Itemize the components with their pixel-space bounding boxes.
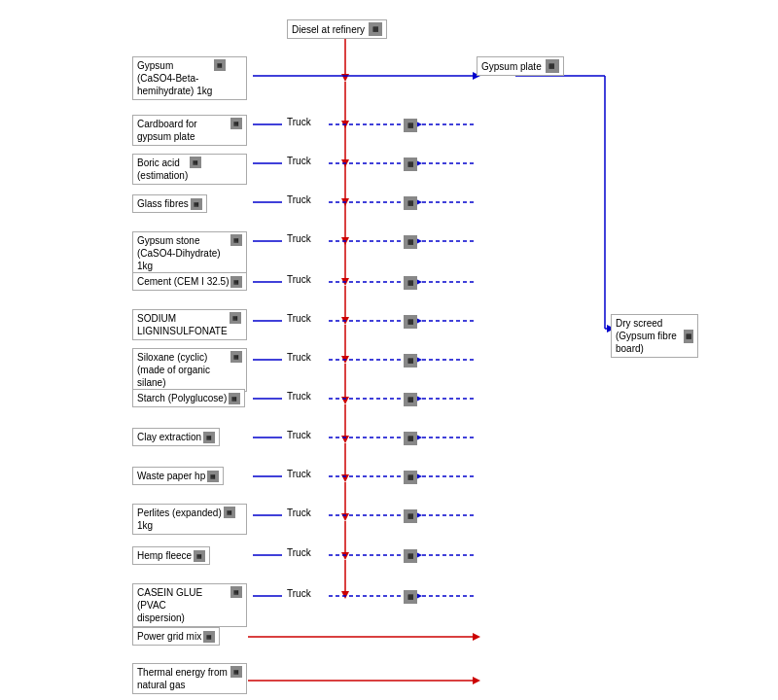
clay-node: Clay extraction ▦	[132, 428, 220, 446]
truck-label-waste: Truck	[287, 469, 311, 479]
svg-marker-85	[473, 677, 480, 684]
cement-icon: ▦	[230, 276, 242, 288]
cardboard-node: Cardboard for gypsum plate ▦	[132, 115, 247, 146]
glass-fibres-label: Glass fibres	[137, 197, 189, 210]
truck-icon-casein: ▦	[404, 590, 417, 604]
perlites-icon: ▦	[224, 507, 235, 518]
casein-node: CASEIN GLUE (PVACdispersion) ▦	[132, 583, 247, 627]
truck-label-glass: Truck	[287, 194, 311, 205]
siloxane-icon: ▦	[230, 351, 242, 363]
waste-paper-node: Waste paper hp ▦	[132, 467, 224, 485]
cardboard-label: Cardboard for gypsum plate	[137, 118, 229, 143]
diesel-icon: ▦	[369, 22, 382, 36]
svg-marker-83	[473, 633, 480, 641]
diesel-label: Diesel at refinery	[292, 23, 365, 36]
svg-marker-25	[341, 513, 349, 521]
casein-icon: ▦	[230, 586, 242, 598]
svg-marker-23	[341, 474, 349, 482]
boric-acid-node: Boric acid(estimation) ▦	[132, 154, 247, 185]
truck-label-gypsum-stone: Truck	[287, 233, 311, 244]
truck-label-perlites: Truck	[287, 508, 311, 518]
truck-icon-sodium: ▦	[404, 315, 417, 329]
dry-screed-label: Dry screed(Gypsum fibre board)	[616, 317, 680, 355]
hemp-label: Hemp fleece	[137, 549, 192, 562]
diagram-container: Diesel at refinery ▦ Gypsum plate ▦ Dry …	[0, 0, 778, 700]
casein-label: CASEIN GLUE (PVACdispersion)	[137, 586, 229, 624]
truck-label-casein: Truck	[287, 588, 311, 599]
svg-marker-29	[341, 591, 349, 599]
clay-label: Clay extraction	[137, 431, 201, 443]
siloxane-node: Siloxane (cyclic)(made of organic silane…	[132, 348, 247, 392]
truck-icon-hemp: ▦	[404, 549, 417, 563]
truck-label-siloxane: Truck	[287, 352, 311, 363]
truck-label-cardboard: Truck	[287, 117, 311, 127]
clay-icon: ▦	[203, 432, 215, 443]
sodium-icon: ▦	[230, 312, 241, 324]
truck-icon-gypsumstone: ▦	[404, 235, 417, 249]
perlites-label: Perlites (expanded)1kg	[137, 507, 222, 532]
svg-marker-17	[341, 356, 349, 364]
starch-node: Starch (Polyglucose) ▦	[132, 389, 245, 407]
hemp-icon: ▦	[194, 550, 205, 562]
gypsum-input-label: Gypsum(CaSO4-Beta-hemihydrate) 1kg	[137, 59, 212, 97]
truck-label-starch: Truck	[287, 391, 311, 402]
sodium-label: SODIUMLIGNINSULFONATE	[137, 312, 228, 337]
gypsum-stone-icon: ▦	[230, 234, 242, 246]
boric-acid-label: Boric acid(estimation)	[137, 157, 188, 182]
truck-icon-siloxane: ▦	[404, 354, 417, 368]
truck-label-clay: Truck	[287, 430, 311, 440]
thermal-node: Thermal energy from natural gas ▦	[132, 663, 247, 694]
svg-marker-19	[341, 397, 349, 404]
truck-label-hemp: Truck	[287, 547, 311, 558]
truck-icon-glass: ▦	[404, 196, 417, 210]
truck-label-cement: Truck	[287, 274, 311, 285]
svg-marker-27	[341, 552, 349, 560]
truck-icon-waste: ▦	[404, 471, 417, 484]
power-grid-label: Power grid mix	[137, 630, 201, 643]
svg-marker-5	[341, 121, 349, 128]
gypsum-plate-label: Gypsum plate	[481, 60, 542, 73]
hemp-node: Hemp fleece ▦	[132, 546, 210, 565]
starch-icon: ▦	[229, 393, 240, 404]
dry-screed-icon: ▦	[684, 330, 693, 343]
cement-node: Cement (CEM I 32.5) ▦	[132, 272, 247, 291]
gypsum-plate-node: Gypsum plate ▦	[477, 56, 564, 76]
gypsum-stone-node: Gypsum stone(CaSO4-Dihydrate) 1kg ▦	[132, 231, 247, 275]
glass-fibres-node: Glass fibres ▦	[132, 194, 207, 213]
power-grid-node: Power grid mix ▦	[132, 627, 220, 646]
sodium-node: SODIUMLIGNINSULFONATE ▦	[132, 309, 247, 340]
svg-marker-13	[341, 278, 349, 286]
boric-acid-icon: ▦	[190, 157, 201, 168]
diesel-node: Diesel at refinery ▦	[287, 19, 387, 39]
siloxane-label: Siloxane (cyclic)(made of organic silane…	[137, 351, 229, 389]
truck-icon-clay: ▦	[404, 432, 417, 445]
svg-marker-21	[341, 436, 349, 443]
truck-icon-starch: ▦	[404, 393, 417, 406]
gypsum-stone-label: Gypsum stone(CaSO4-Dihydrate) 1kg	[137, 234, 229, 272]
perlites-node: Perlites (expanded)1kg ▦	[132, 504, 247, 535]
glass-fibres-icon: ▦	[191, 198, 202, 210]
starch-label: Starch (Polyglucose)	[137, 392, 227, 404]
svg-marker-1	[341, 74, 349, 82]
cement-label: Cement (CEM I 32.5)	[137, 275, 229, 288]
waste-paper-label: Waste paper hp	[137, 470, 205, 482]
dry-screed-node: Dry screed(Gypsum fibre board) ▦	[611, 314, 698, 358]
thermal-icon: ▦	[230, 666, 242, 678]
thermal-label: Thermal energy from natural gas	[137, 666, 229, 691]
gypsum-input-icon: ▦	[214, 59, 226, 71]
truck-label-boric: Truck	[287, 156, 311, 166]
truck-label-sodium: Truck	[287, 313, 311, 324]
gypsum-input-node: Gypsum(CaSO4-Beta-hemihydrate) 1kg ▦	[132, 56, 247, 100]
truck-icon-boric: ▦	[404, 158, 417, 171]
svg-marker-7	[341, 159, 349, 167]
waste-paper-icon: ▦	[207, 471, 219, 482]
svg-marker-15	[341, 317, 349, 325]
truck-icon-cement: ▦	[404, 276, 417, 290]
cardboard-icon: ▦	[230, 118, 242, 129]
truck-icon-perlites: ▦	[404, 509, 417, 523]
svg-marker-11	[341, 237, 349, 245]
gypsum-plate-icon: ▦	[546, 59, 559, 73]
truck-icon-cardboard: ▦	[404, 119, 417, 132]
power-grid-icon: ▦	[203, 631, 215, 643]
svg-marker-9	[341, 198, 349, 206]
